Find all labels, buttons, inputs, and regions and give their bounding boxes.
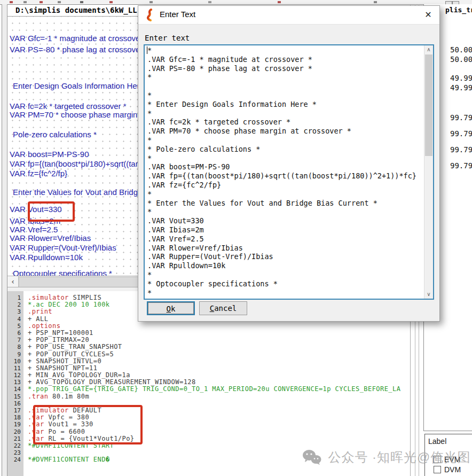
- label-panel: Label EVMDVM: [424, 434, 472, 476]
- evm-checkbox-label: EVM: [444, 455, 460, 464]
- dvm-checkbox[interactable]: [434, 466, 441, 473]
- dvm-checkbox-row[interactable]: DVM: [434, 464, 461, 473]
- toolbar-icon[interactable]: [40, 1, 43, 3]
- schematic-text: VAR Rpulldown=10k: [10, 253, 83, 262]
- evm-checkbox[interactable]: [434, 456, 441, 463]
- annotation-box-vars: [33, 405, 143, 444]
- code-line: 12+ MIN_AVG_TOPOLOGY_DUR=1a: [7, 371, 410, 378]
- simplis-logo-icon: [145, 9, 154, 21]
- toolbar-icon[interactable]: [374, 1, 377, 3]
- readout-value: 99.79: [450, 113, 472, 122]
- code-line: 23: [7, 448, 410, 455]
- toolbar-icon[interactable]: [278, 1, 281, 3]
- schematic-text: Enter Design Goals Information Here *: [13, 81, 150, 90]
- chevron-left-icon: ‹: [11, 277, 14, 286]
- readout-value: 49.99: [450, 74, 472, 82]
- toolbar-icon[interactable]: [10, 1, 13, 3]
- scroll-left-button[interactable]: ‹: [7, 276, 19, 287]
- code-line: 6+ PSP_NPT=100001: [7, 329, 410, 335]
- readout-value: 99.79: [450, 129, 472, 138]
- toolbar-icon[interactable]: [150, 1, 153, 3]
- readout-value: 99.79: [450, 161, 472, 170]
- toolbar-icon[interactable]: [208, 1, 211, 3]
- readout-values: 50.0050.0049.9949.9999.7999.7999.7999.79: [450, 0, 472, 214]
- enter-text-dialog: Enter Text ✕ Enter text * .VAR Gfc=-1 * …: [138, 5, 440, 322]
- window-edge: [2, 4, 7, 476]
- scrollbar-thumb[interactable]: [425, 54, 432, 156]
- schematic-text: VAR Vref=2.5: [10, 225, 58, 234]
- readout-value: 50.00: [450, 55, 472, 64]
- textarea-scrollbar[interactable]: ∧ ∨: [424, 45, 433, 299]
- code-line: 7+ POP_ITRMAX=20: [7, 335, 410, 342]
- close-icon[interactable]: ✕: [422, 9, 434, 21]
- cancel-button[interactable]: Cancel: [199, 301, 247, 315]
- annotation-box-vout: [28, 201, 75, 222]
- label-panel-title: Label: [428, 437, 446, 446]
- enter-text-label: Enter text: [145, 34, 190, 42]
- dvm-checkbox-label: DVM: [444, 465, 461, 474]
- code-line: 24*#DVMF11CONTENT END�: [7, 455, 410, 462]
- evm-checkbox-row[interactable]: EVM: [434, 454, 460, 463]
- readout-value: 50.00: [450, 45, 472, 54]
- schematic-text: VAR boost=PM-PS-90: [10, 150, 89, 159]
- scroll-up-button[interactable]: ∧: [424, 45, 433, 54]
- schematic-text: VAR fc=2k * targeted crossover *: [10, 102, 127, 111]
- code-line: 13+ AVG_TOPOLOGY_DUR_MEASUREMENT_WINDOW=…: [7, 378, 410, 385]
- ok-button[interactable]: Ok: [147, 301, 195, 315]
- code-line: 15.tran 80.1m 80m: [7, 392, 410, 399]
- schematic-text: Pole-zero calculations *: [13, 130, 97, 139]
- dialog-titlebar[interactable]: Enter Text ✕: [138, 6, 439, 25]
- code-line: 8+ POP_USE_TRAN_SNAPSHOT: [7, 342, 410, 349]
- code-line: 5.options: [7, 322, 410, 329]
- text-entry-area[interactable]: * .VAR Gfc=-1 * magnitude at crossover *…: [144, 44, 434, 300]
- code-line: 14*.pop TRIG_GATE={TRIG_GATE} TRIG_COND=…: [7, 385, 410, 392]
- chevron-down-icon: ∨: [427, 291, 430, 297]
- code-line: 9+ POP_OUTPUT_CYCLES=5: [7, 350, 410, 357]
- schematic-text: VAR Gfc=-1 * magnitude at crossover *: [10, 34, 148, 43]
- code-line: 10+ SNAPSHOT_INTVL=0: [7, 357, 410, 364]
- readout-value: 49.99: [450, 83, 472, 92]
- toolbar-icon[interactable]: [109, 1, 113, 3]
- schematic-text: VAR fz={fc^2/fp}: [10, 169, 67, 178]
- schematic-text: Optocoupler specifications *: [13, 269, 112, 276]
- chevron-up-icon: ∧: [427, 46, 430, 52]
- code-line: 11+ SNAPSHOT_NPT=11: [7, 364, 410, 371]
- text-caret: [147, 46, 147, 54]
- readout-value: 99.79: [450, 145, 472, 154]
- schematic-window-title: D:\simplis documents\6kW_LL: [15, 6, 137, 14]
- line-number: 24: [7, 456, 23, 463]
- schematic-text: VAR Rupper=(Vout-Vref)/Ibias: [10, 243, 116, 252]
- scroll-down-button[interactable]: ∨: [424, 290, 433, 299]
- top-toolbar-strip: [0, 0, 472, 5]
- schematic-text: VAR Rlower=Vref/Ibias: [10, 233, 91, 243]
- dialog-title: Enter Text: [160, 10, 195, 19]
- text-entry-content[interactable]: * .VAR Gfc=-1 * magnitude at crossover *…: [145, 45, 433, 297]
- toolbar-icon[interactable]: [80, 1, 83, 3]
- schematic-text: VAR PS=-80 * phase lag at crossover *: [10, 45, 148, 54]
- toolbar-icon[interactable]: [23, 1, 27, 3]
- toolbar-icon[interactable]: [58, 1, 61, 3]
